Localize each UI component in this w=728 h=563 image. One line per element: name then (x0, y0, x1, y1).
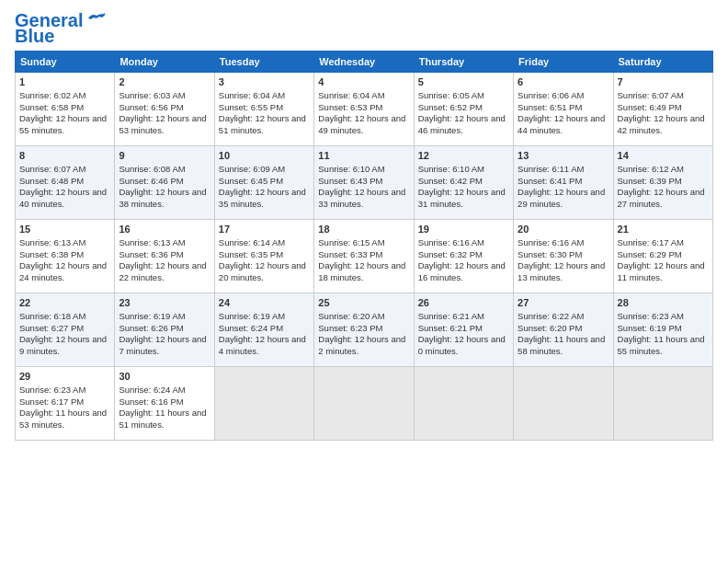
daylight-text: Daylight: 12 hours and 38 minutes. (119, 187, 206, 209)
sunset-text: Sunset: 6:24 PM (219, 323, 283, 333)
sunset-text: Sunset: 6:45 PM (219, 176, 283, 186)
daylight-text: Daylight: 12 hours and 31 minutes. (418, 187, 506, 209)
sunrise-text: Sunrise: 6:24 AM (119, 385, 185, 395)
table-row: 12Sunrise: 6:10 AMSunset: 6:42 PMDayligh… (414, 146, 513, 220)
table-row: 15Sunrise: 6:13 AMSunset: 6:38 PMDayligh… (16, 220, 115, 293)
table-row: 3Sunrise: 6:04 AMSunset: 6:55 PMDaylight… (214, 73, 313, 146)
daylight-text: Daylight: 12 hours and 16 minutes. (418, 260, 506, 282)
sunrise-text: Sunrise: 6:19 AM (119, 311, 185, 321)
calendar-week-row: 1Sunrise: 6:02 AMSunset: 6:58 PMDaylight… (16, 73, 713, 146)
col-wednesday: Wednesday (314, 52, 414, 73)
sunset-text: Sunset: 6:46 PM (119, 176, 183, 186)
col-monday: Monday (115, 52, 214, 73)
day-number: 21 (618, 223, 709, 236)
day-number: 30 (119, 370, 210, 384)
day-number: 13 (518, 149, 609, 163)
sunset-text: Sunset: 6:36 PM (119, 249, 183, 259)
day-number: 14 (618, 149, 709, 163)
daylight-text: Daylight: 12 hours and 44 minutes. (518, 113, 605, 135)
table-row: 16Sunrise: 6:13 AMSunset: 6:36 PMDayligh… (115, 220, 214, 293)
col-saturday: Saturday (613, 52, 712, 73)
daylight-text: Daylight: 12 hours and 22 minutes. (119, 260, 206, 282)
sunset-text: Sunset: 6:38 PM (19, 249, 84, 259)
logo-blue: Blue (15, 26, 54, 47)
table-row: 26Sunrise: 6:21 AMSunset: 6:21 PMDayligh… (414, 293, 513, 367)
sunrise-text: Sunrise: 6:05 AM (418, 90, 484, 100)
table-row (613, 367, 712, 441)
table-row: 2Sunrise: 6:03 AMSunset: 6:56 PMDaylight… (115, 73, 214, 146)
sunset-text: Sunset: 6:53 PM (318, 102, 382, 112)
sunset-text: Sunset: 6:55 PM (219, 102, 283, 112)
day-number: 10 (219, 149, 310, 163)
sunrise-text: Sunrise: 6:02 AM (19, 90, 85, 100)
calendar-week-row: 15Sunrise: 6:13 AMSunset: 6:38 PMDayligh… (16, 220, 713, 293)
sunrise-text: Sunrise: 6:13 AM (19, 237, 85, 247)
table-row: 18Sunrise: 6:15 AMSunset: 6:33 PMDayligh… (314, 220, 414, 293)
sunrise-text: Sunrise: 6:23 AM (618, 311, 684, 321)
table-row (314, 367, 414, 441)
daylight-text: Daylight: 12 hours and 42 minutes. (618, 113, 705, 135)
sunrise-text: Sunrise: 6:07 AM (19, 164, 85, 174)
sunset-text: Sunset: 6:26 PM (119, 323, 183, 333)
sunrise-text: Sunrise: 6:04 AM (219, 90, 285, 100)
table-row (214, 367, 313, 441)
sunset-text: Sunset: 6:17 PM (19, 396, 84, 407)
day-number: 20 (518, 223, 609, 236)
sunrise-text: Sunrise: 6:22 AM (518, 311, 584, 321)
daylight-text: Daylight: 12 hours and 4 minutes. (219, 334, 306, 356)
sunrise-text: Sunrise: 6:03 AM (119, 90, 185, 100)
sunrise-text: Sunrise: 6:21 AM (418, 311, 484, 321)
daylight-text: Daylight: 12 hours and 33 minutes. (318, 187, 405, 209)
sunrise-text: Sunrise: 6:09 AM (219, 164, 285, 174)
sunset-text: Sunset: 6:35 PM (219, 249, 283, 259)
sunset-text: Sunset: 6:56 PM (119, 102, 183, 112)
logo-bird-icon (86, 11, 107, 26)
day-number: 11 (318, 149, 409, 163)
daylight-text: Daylight: 12 hours and 9 minutes. (19, 334, 107, 356)
daylight-text: Daylight: 11 hours and 53 minutes. (19, 408, 107, 430)
sunrise-text: Sunrise: 6:16 AM (518, 237, 584, 247)
table-row (514, 367, 613, 441)
sunset-text: Sunset: 6:32 PM (418, 249, 483, 259)
day-number: 1 (19, 75, 110, 89)
day-number: 3 (219, 75, 310, 89)
sunset-text: Sunset: 6:42 PM (418, 176, 483, 186)
table-row: 23Sunrise: 6:19 AMSunset: 6:26 PMDayligh… (115, 293, 214, 367)
day-number: 29 (19, 370, 110, 384)
sunset-text: Sunset: 6:58 PM (19, 102, 84, 112)
sunrise-text: Sunrise: 6:20 AM (318, 311, 384, 321)
day-number: 23 (119, 296, 210, 310)
daylight-text: Daylight: 12 hours and 53 minutes. (119, 113, 206, 135)
sunrise-text: Sunrise: 6:17 AM (618, 237, 684, 247)
day-number: 17 (219, 223, 310, 236)
daylight-text: Daylight: 12 hours and 51 minutes. (219, 113, 306, 135)
sunset-text: Sunset: 6:16 PM (119, 396, 183, 407)
logo: General Blue (15, 11, 107, 47)
table-row: 13Sunrise: 6:11 AMSunset: 6:41 PMDayligh… (514, 146, 613, 220)
daylight-text: Daylight: 12 hours and 13 minutes. (518, 260, 605, 282)
table-row: 9Sunrise: 6:08 AMSunset: 6:46 PMDaylight… (115, 146, 214, 220)
day-number: 5 (418, 75, 509, 89)
sunset-text: Sunset: 6:43 PM (318, 176, 382, 186)
daylight-text: Daylight: 12 hours and 18 minutes. (318, 260, 405, 282)
sunrise-text: Sunrise: 6:11 AM (518, 164, 584, 174)
day-number: 24 (219, 296, 310, 310)
table-row: 21Sunrise: 6:17 AMSunset: 6:29 PMDayligh… (613, 220, 712, 293)
table-row: 24Sunrise: 6:19 AMSunset: 6:24 PMDayligh… (214, 293, 313, 367)
sunset-text: Sunset: 6:39 PM (618, 176, 682, 186)
daylight-text: Daylight: 12 hours and 46 minutes. (418, 113, 506, 135)
sunrise-text: Sunrise: 6:10 AM (418, 164, 484, 174)
sunrise-text: Sunrise: 6:14 AM (219, 237, 285, 247)
table-row: 19Sunrise: 6:16 AMSunset: 6:32 PMDayligh… (414, 220, 513, 293)
day-number: 27 (518, 296, 609, 310)
sunset-text: Sunset: 6:33 PM (318, 249, 382, 259)
day-number: 25 (318, 296, 409, 310)
daylight-text: Daylight: 12 hours and 7 minutes. (119, 334, 206, 356)
daylight-text: Daylight: 12 hours and 40 minutes. (19, 187, 107, 209)
table-row: 14Sunrise: 6:12 AMSunset: 6:39 PMDayligh… (613, 146, 712, 220)
day-number: 28 (618, 296, 709, 310)
table-row: 22Sunrise: 6:18 AMSunset: 6:27 PMDayligh… (16, 293, 115, 367)
sunrise-text: Sunrise: 6:16 AM (418, 237, 484, 247)
daylight-text: Daylight: 11 hours and 51 minutes. (119, 408, 206, 430)
table-row: 20Sunrise: 6:16 AMSunset: 6:30 PMDayligh… (514, 220, 613, 293)
